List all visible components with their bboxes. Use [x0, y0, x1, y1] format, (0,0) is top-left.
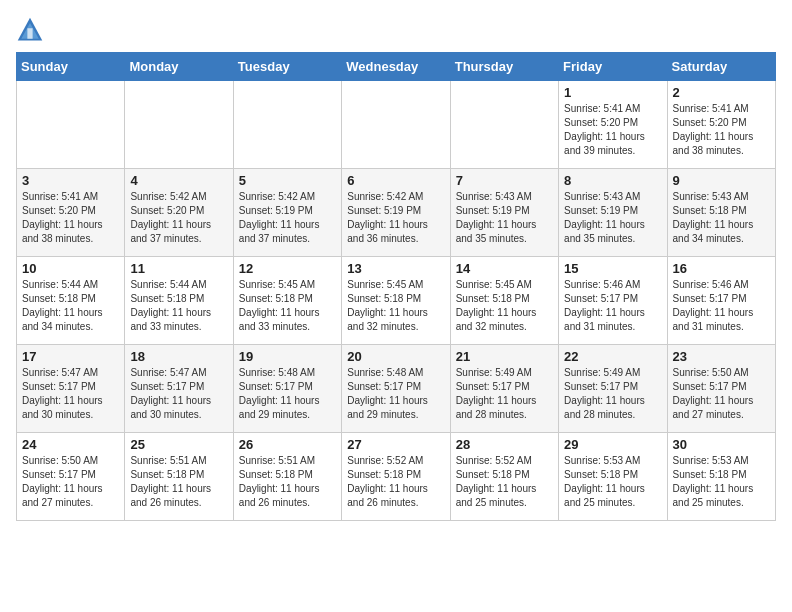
day-number: 13 [347, 261, 444, 276]
day-info: Sunrise: 5:49 AM Sunset: 5:17 PM Dayligh… [456, 366, 553, 422]
day-number: 20 [347, 349, 444, 364]
calendar-cell: 18Sunrise: 5:47 AM Sunset: 5:17 PM Dayli… [125, 345, 233, 433]
calendar-week-row: 3Sunrise: 5:41 AM Sunset: 5:20 PM Daylig… [17, 169, 776, 257]
day-info: Sunrise: 5:52 AM Sunset: 5:18 PM Dayligh… [456, 454, 553, 510]
day-info: Sunrise: 5:45 AM Sunset: 5:18 PM Dayligh… [347, 278, 444, 334]
day-number: 21 [456, 349, 553, 364]
calendar-cell: 3Sunrise: 5:41 AM Sunset: 5:20 PM Daylig… [17, 169, 125, 257]
weekday-header: Thursday [450, 53, 558, 81]
day-info: Sunrise: 5:49 AM Sunset: 5:17 PM Dayligh… [564, 366, 661, 422]
calendar-cell: 25Sunrise: 5:51 AM Sunset: 5:18 PM Dayli… [125, 433, 233, 521]
day-number: 17 [22, 349, 119, 364]
day-number: 12 [239, 261, 336, 276]
calendar-cell: 13Sunrise: 5:45 AM Sunset: 5:18 PM Dayli… [342, 257, 450, 345]
day-info: Sunrise: 5:43 AM Sunset: 5:18 PM Dayligh… [673, 190, 770, 246]
day-info: Sunrise: 5:53 AM Sunset: 5:18 PM Dayligh… [564, 454, 661, 510]
calendar-cell: 21Sunrise: 5:49 AM Sunset: 5:17 PM Dayli… [450, 345, 558, 433]
calendar-cell: 23Sunrise: 5:50 AM Sunset: 5:17 PM Dayli… [667, 345, 775, 433]
calendar-cell: 17Sunrise: 5:47 AM Sunset: 5:17 PM Dayli… [17, 345, 125, 433]
day-number: 6 [347, 173, 444, 188]
calendar-cell [450, 81, 558, 169]
logo [16, 16, 48, 44]
calendar-header-row: SundayMondayTuesdayWednesdayThursdayFrid… [17, 53, 776, 81]
day-number: 16 [673, 261, 770, 276]
weekday-header: Sunday [17, 53, 125, 81]
page-header [16, 16, 776, 44]
day-info: Sunrise: 5:47 AM Sunset: 5:17 PM Dayligh… [130, 366, 227, 422]
day-info: Sunrise: 5:42 AM Sunset: 5:19 PM Dayligh… [239, 190, 336, 246]
day-number: 29 [564, 437, 661, 452]
day-number: 24 [22, 437, 119, 452]
day-info: Sunrise: 5:44 AM Sunset: 5:18 PM Dayligh… [130, 278, 227, 334]
day-info: Sunrise: 5:43 AM Sunset: 5:19 PM Dayligh… [564, 190, 661, 246]
day-info: Sunrise: 5:48 AM Sunset: 5:17 PM Dayligh… [347, 366, 444, 422]
calendar-cell: 9Sunrise: 5:43 AM Sunset: 5:18 PM Daylig… [667, 169, 775, 257]
weekday-header: Friday [559, 53, 667, 81]
day-number: 28 [456, 437, 553, 452]
calendar-cell: 11Sunrise: 5:44 AM Sunset: 5:18 PM Dayli… [125, 257, 233, 345]
calendar-week-row: 10Sunrise: 5:44 AM Sunset: 5:18 PM Dayli… [17, 257, 776, 345]
calendar-cell: 4Sunrise: 5:42 AM Sunset: 5:20 PM Daylig… [125, 169, 233, 257]
day-info: Sunrise: 5:47 AM Sunset: 5:17 PM Dayligh… [22, 366, 119, 422]
day-info: Sunrise: 5:44 AM Sunset: 5:18 PM Dayligh… [22, 278, 119, 334]
day-info: Sunrise: 5:45 AM Sunset: 5:18 PM Dayligh… [239, 278, 336, 334]
day-number: 10 [22, 261, 119, 276]
day-number: 18 [130, 349, 227, 364]
day-info: Sunrise: 5:51 AM Sunset: 5:18 PM Dayligh… [130, 454, 227, 510]
day-number: 3 [22, 173, 119, 188]
day-info: Sunrise: 5:45 AM Sunset: 5:18 PM Dayligh… [456, 278, 553, 334]
calendar-cell: 27Sunrise: 5:52 AM Sunset: 5:18 PM Dayli… [342, 433, 450, 521]
day-info: Sunrise: 5:48 AM Sunset: 5:17 PM Dayligh… [239, 366, 336, 422]
calendar-cell: 22Sunrise: 5:49 AM Sunset: 5:17 PM Dayli… [559, 345, 667, 433]
calendar-cell: 6Sunrise: 5:42 AM Sunset: 5:19 PM Daylig… [342, 169, 450, 257]
calendar-cell: 1Sunrise: 5:41 AM Sunset: 5:20 PM Daylig… [559, 81, 667, 169]
day-info: Sunrise: 5:41 AM Sunset: 5:20 PM Dayligh… [564, 102, 661, 158]
day-info: Sunrise: 5:43 AM Sunset: 5:19 PM Dayligh… [456, 190, 553, 246]
calendar: SundayMondayTuesdayWednesdayThursdayFrid… [16, 52, 776, 521]
day-number: 1 [564, 85, 661, 100]
calendar-cell [342, 81, 450, 169]
calendar-week-row: 1Sunrise: 5:41 AM Sunset: 5:20 PM Daylig… [17, 81, 776, 169]
svg-rect-2 [27, 28, 32, 39]
day-info: Sunrise: 5:42 AM Sunset: 5:19 PM Dayligh… [347, 190, 444, 246]
logo-icon [16, 16, 44, 44]
day-number: 7 [456, 173, 553, 188]
day-info: Sunrise: 5:46 AM Sunset: 5:17 PM Dayligh… [564, 278, 661, 334]
calendar-cell: 2Sunrise: 5:41 AM Sunset: 5:20 PM Daylig… [667, 81, 775, 169]
day-info: Sunrise: 5:42 AM Sunset: 5:20 PM Dayligh… [130, 190, 227, 246]
calendar-cell: 16Sunrise: 5:46 AM Sunset: 5:17 PM Dayli… [667, 257, 775, 345]
day-number: 5 [239, 173, 336, 188]
calendar-cell: 14Sunrise: 5:45 AM Sunset: 5:18 PM Dayli… [450, 257, 558, 345]
day-number: 25 [130, 437, 227, 452]
day-info: Sunrise: 5:53 AM Sunset: 5:18 PM Dayligh… [673, 454, 770, 510]
day-number: 2 [673, 85, 770, 100]
calendar-cell: 12Sunrise: 5:45 AM Sunset: 5:18 PM Dayli… [233, 257, 341, 345]
calendar-cell: 19Sunrise: 5:48 AM Sunset: 5:17 PM Dayli… [233, 345, 341, 433]
day-number: 9 [673, 173, 770, 188]
day-info: Sunrise: 5:41 AM Sunset: 5:20 PM Dayligh… [673, 102, 770, 158]
calendar-cell: 26Sunrise: 5:51 AM Sunset: 5:18 PM Dayli… [233, 433, 341, 521]
weekday-header: Tuesday [233, 53, 341, 81]
calendar-cell [17, 81, 125, 169]
calendar-cell: 8Sunrise: 5:43 AM Sunset: 5:19 PM Daylig… [559, 169, 667, 257]
calendar-week-row: 17Sunrise: 5:47 AM Sunset: 5:17 PM Dayli… [17, 345, 776, 433]
weekday-header: Monday [125, 53, 233, 81]
calendar-cell: 10Sunrise: 5:44 AM Sunset: 5:18 PM Dayli… [17, 257, 125, 345]
calendar-cell: 20Sunrise: 5:48 AM Sunset: 5:17 PM Dayli… [342, 345, 450, 433]
weekday-header: Wednesday [342, 53, 450, 81]
calendar-cell: 29Sunrise: 5:53 AM Sunset: 5:18 PM Dayli… [559, 433, 667, 521]
calendar-cell: 7Sunrise: 5:43 AM Sunset: 5:19 PM Daylig… [450, 169, 558, 257]
calendar-cell: 30Sunrise: 5:53 AM Sunset: 5:18 PM Dayli… [667, 433, 775, 521]
calendar-cell: 5Sunrise: 5:42 AM Sunset: 5:19 PM Daylig… [233, 169, 341, 257]
day-info: Sunrise: 5:52 AM Sunset: 5:18 PM Dayligh… [347, 454, 444, 510]
day-number: 27 [347, 437, 444, 452]
day-info: Sunrise: 5:41 AM Sunset: 5:20 PM Dayligh… [22, 190, 119, 246]
day-number: 26 [239, 437, 336, 452]
day-number: 15 [564, 261, 661, 276]
calendar-cell: 28Sunrise: 5:52 AM Sunset: 5:18 PM Dayli… [450, 433, 558, 521]
calendar-cell: 15Sunrise: 5:46 AM Sunset: 5:17 PM Dayli… [559, 257, 667, 345]
day-number: 14 [456, 261, 553, 276]
day-number: 30 [673, 437, 770, 452]
calendar-cell [125, 81, 233, 169]
calendar-week-row: 24Sunrise: 5:50 AM Sunset: 5:17 PM Dayli… [17, 433, 776, 521]
